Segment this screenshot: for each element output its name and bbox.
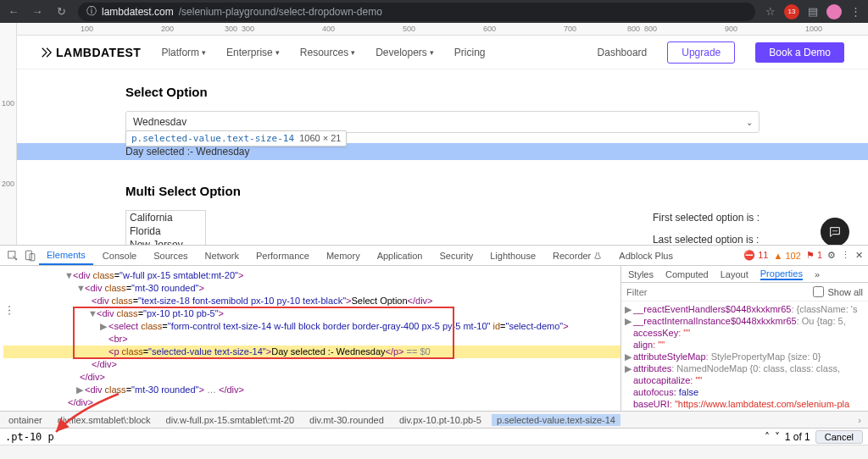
dom-tree[interactable]: ▼<div class="w-full px-15 smtablet:mt-20… [0, 266, 620, 428]
svg-rect-4 [25, 251, 31, 260]
breadcrumb-item[interactable]: div.mt-30.rounded [304, 414, 389, 426]
show-all-checkbox[interactable]: Show all [813, 286, 863, 297]
issue-count[interactable]: ⚑ 1 [806, 250, 822, 261]
nav-pricing[interactable]: Pricing [454, 47, 486, 58]
forward-button[interactable]: → [31, 5, 44, 19]
tab-application[interactable]: Application [370, 247, 431, 264]
select-option-heading: Select Option [125, 85, 760, 99]
side-tab-properties[interactable]: Properties [760, 268, 803, 280]
search-result-count: 1 of 1 [785, 431, 810, 443]
inspect-element-icon[interactable] [5, 250, 20, 262]
chevron-down-icon: ▾ [202, 48, 206, 57]
warning-count[interactable]: ▲ 102 [774, 251, 801, 261]
ellipsis-icon[interactable]: ⋯ [3, 305, 16, 316]
url-domain: lambdatest.com [102, 6, 174, 18]
dom-search-input[interactable] [5, 431, 760, 443]
tab-recorder[interactable]: Recorder [545, 247, 609, 264]
inspector-tooltip: p.selected-value.text-size-14 1060 × 21 [125, 130, 347, 147]
extension-badge[interactable]: 13 [784, 4, 799, 19]
url-path: /selenium-playground/select-dropdown-dem… [179, 6, 382, 18]
star-icon[interactable]: ☆ [765, 5, 776, 18]
search-next-icon[interactable]: ˅ [775, 431, 780, 443]
list-item[interactable]: Florida [126, 224, 205, 238]
chevron-down-icon: ▾ [430, 48, 434, 57]
nav-resources[interactable]: Resources▾ [300, 47, 355, 58]
chat-icon [828, 225, 842, 239]
tab-security[interactable]: Security [431, 247, 481, 264]
tab-console[interactable]: Console [95, 247, 144, 264]
svg-point-2 [836, 230, 837, 231]
dom-breadcrumb: ontainer div.flex.smtablet\:block div.w-… [0, 411, 868, 428]
tab-performance[interactable]: Performance [248, 247, 317, 264]
reload-button[interactable]: ↻ [54, 5, 68, 19]
lock-icon: ⓘ [86, 4, 97, 19]
breadcrumb-item[interactable]: ontainer [3, 414, 47, 426]
viewport: 100 200 300 300 400 500 600 700 800 800 … [0, 23, 868, 245]
svg-point-1 [834, 230, 835, 231]
nav-platform[interactable]: Platform▾ [161, 47, 206, 58]
tab-sources[interactable]: Sources [146, 247, 195, 264]
browser-chrome: ← → ↻ ⓘ lambdatest.com/selenium-playgrou… [0, 0, 868, 23]
last-selected-label: Last selected option is : [653, 234, 760, 246]
tab-network[interactable]: Network [198, 247, 247, 264]
logo-icon [41, 47, 53, 58]
properties-filter-input[interactable] [626, 287, 813, 297]
breadcrumb-item[interactable]: div.w-full.px-15.smtablet\:mt-20 [161, 414, 299, 426]
tab-lighthouse[interactable]: Lighthouse [482, 247, 543, 264]
kebab-icon[interactable]: ▤ [808, 5, 818, 18]
gear-icon[interactable]: ⚙ [827, 250, 836, 261]
site-nav: LAMBDATEST Platform▾ Enterprise▾ Resourc… [17, 36, 868, 69]
kebab-icon[interactable]: ⋮ [841, 250, 850, 261]
chevron-down-icon: ▾ [275, 48, 280, 57]
tab-elements[interactable]: Elements [39, 246, 93, 265]
nav-enterprise[interactable]: Enterprise▾ [226, 47, 280, 58]
back-button[interactable]: ← [7, 5, 20, 19]
profile-avatar[interactable] [826, 4, 842, 19]
cancel-button[interactable]: Cancel [815, 430, 863, 444]
devtools-tabs: Elements Console Sources Network Perform… [0, 246, 868, 266]
nav-dashboard[interactable]: Dashboard [598, 47, 648, 58]
properties-list[interactable]: ▶__reactEventHandlers$0448xkxkmr65: {cla… [621, 301, 868, 428]
device-toggle-icon[interactable] [22, 250, 37, 262]
tab-adblock[interactable]: Adblock Plus [611, 247, 681, 264]
search-prev-icon[interactable]: ˄ [765, 431, 770, 443]
more-tabs-icon[interactable]: » [815, 269, 820, 279]
properties-panel: Styles Computed Layout Properties » Show… [620, 266, 868, 428]
dom-selected-node[interactable]: <p class="selected-value text-size-14">D… [3, 346, 620, 358]
nav-developers[interactable]: Developers▾ [376, 47, 434, 58]
flask-icon [593, 252, 602, 260]
side-tab-computed[interactable]: Computed [665, 269, 709, 279]
close-icon[interactable]: ✕ [855, 250, 863, 261]
menu-icon[interactable]: ⋮ [850, 5, 861, 18]
breadcrumb-scroll-icon[interactable]: › [858, 415, 865, 425]
ruler-horizontal: 100 200 300 300 400 500 600 700 800 800 … [17, 23, 868, 36]
multi-select-heading: Multi Select Option [125, 184, 760, 198]
chat-bubble-button[interactable] [821, 218, 849, 246]
side-tab-layout[interactable]: Layout [721, 269, 748, 279]
chevron-down-icon: ▾ [351, 48, 355, 57]
footer-spacer [0, 445, 868, 459]
upgrade-button[interactable]: Upgrade [667, 41, 735, 64]
breadcrumb-item[interactable]: div.flex.smtablet\:block [53, 414, 156, 426]
devtools-panel: Elements Console Sources Network Perform… [0, 245, 868, 459]
list-item[interactable]: California [126, 211, 205, 224]
dom-search-bar: ˄ ˅ 1 of 1 Cancel [0, 428, 868, 445]
breadcrumb-item[interactable]: div.px-10.pt-10.pb-5 [394, 414, 487, 426]
url-bar[interactable]: ⓘ lambdatest.com/selenium-playground/sel… [78, 3, 755, 21]
error-count[interactable]: ⛔ 11 [743, 250, 768, 261]
first-selected-label: First selected option is : [653, 212, 760, 224]
site-logo[interactable]: LAMBDATEST [41, 46, 141, 59]
breadcrumb-item-selected[interactable]: p.selected-value.text-size-14 [492, 414, 620, 426]
side-tab-styles[interactable]: Styles [628, 269, 654, 279]
ruler-vertical: 100 200 [0, 23, 17, 245]
side-tabs: Styles Computed Layout Properties » [621, 266, 868, 283]
tab-memory[interactable]: Memory [319, 247, 368, 264]
book-demo-button[interactable]: Book a Demo [755, 42, 844, 63]
svg-point-0 [832, 230, 833, 231]
